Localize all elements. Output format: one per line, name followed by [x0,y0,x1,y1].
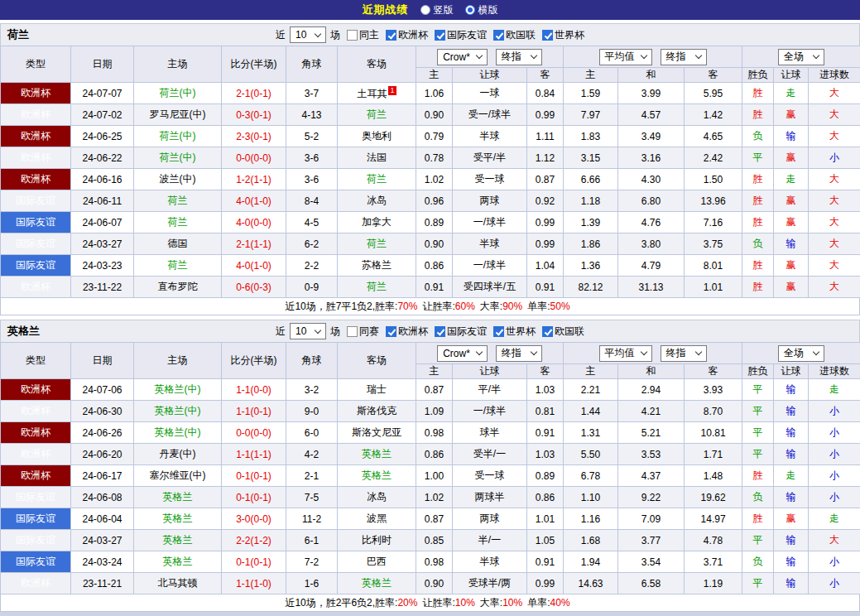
section-header: 英格兰近10场同赛欧洲杯国际友谊世界杯欧国联 [0,320,860,342]
handicap-home-odds: 0.87 [416,508,453,530]
away-team[interactable]: 冰岛 [338,487,416,508]
layout-radio-horizontal[interactable]: 横版 [465,3,498,17]
checkbox-checked-icon [435,326,445,337]
europe-stage-select[interactable]: 终指 [661,345,707,362]
away-team[interactable]: 土耳其1 [338,83,416,104]
column-header: 主 [564,364,618,379]
home-team[interactable]: 荷兰 [134,212,222,233]
europe-stage-select[interactable]: 终指 [661,49,707,65]
filter-checkbox[interactable]: 国际友谊 [435,28,487,42]
away-team[interactable]: 冰岛 [338,190,416,212]
away-team[interactable]: 奥地利 [338,126,416,147]
result-scope-select[interactable]: 全场 [778,49,824,65]
match-row: 国际友谊24-06-04英格兰3-0(0-0)11-2波黑0.87两球1.011… [1,508,860,530]
home-team[interactable]: 德国 [134,233,222,255]
goals-result-cell: 大 [809,530,860,551]
win-loss-cell: 负 [742,487,774,508]
home-team[interactable]: 塞尔维亚(中) [134,465,222,487]
europe-draw-odds: 6.80 [618,190,685,212]
home-team[interactable]: 荷兰(中) [134,83,222,104]
away-team[interactable]: 加拿大 [338,212,416,233]
result-scope-select[interactable]: 全场 [778,345,824,362]
filter-checkbox[interactable]: 世界杯 [493,325,536,339]
bookmaker-select[interactable]: Crow* [437,49,488,65]
filter-checkbox[interactable]: 欧国联 [493,28,536,42]
filter-checkbox[interactable]: 世界杯 [542,28,584,42]
matches-label: 场 [330,28,340,42]
filter-checkbox[interactable]: 欧洲杯 [386,28,428,42]
away-team[interactable]: 比利时 [338,530,416,551]
away-team[interactable]: 瑞士 [338,379,416,401]
home-team[interactable]: 罗马尼亚(中) [134,104,222,126]
handicap-stage-select[interactable]: 终指 [496,345,542,362]
match-count-select[interactable]: 10 [290,323,326,339]
handicap-result-cell: 输 [774,530,809,551]
handicap-line: 平/半 [453,379,527,401]
filter-checkbox[interactable]: 欧国联 [542,325,584,339]
home-team[interactable]: 荷兰 [134,190,222,212]
home-team[interactable]: 英格兰 [134,508,222,530]
away-team[interactable]: 苏格兰 [338,255,416,277]
home-team[interactable]: 英格兰 [134,551,222,573]
goals-result-cell: 小 [809,573,860,594]
handicap-away-odds: 0.89 [527,465,564,487]
goals-result-cell: 大 [809,190,860,212]
handicap-stage-select[interactable]: 终指 [496,49,542,65]
home-team[interactable]: 荷兰(中) [134,126,222,147]
away-team[interactable]: 荷兰 [338,233,416,255]
match-row: 欧洲杯24-06-25荷兰(中)2-3(0-1)5-2奥地利0.79半球1.11… [1,126,860,147]
europe-home-odds: 1.39 [564,212,618,233]
away-team[interactable]: 波黑 [338,508,416,530]
match-count-select[interactable]: 10 [290,26,326,43]
home-team[interactable]: 荷兰 [134,255,222,277]
layout-radio-vertical[interactable]: 竖版 [420,3,454,17]
select-value: 10 [295,29,306,41]
home-team[interactable]: 北马其顿 [134,573,222,594]
away-team[interactable]: 英格兰 [338,444,416,465]
handicap-line: 一/球半 [453,401,527,422]
handicap-home-odds: 0.89 [416,212,453,233]
away-team[interactable]: 英格兰 [338,465,416,487]
away-team[interactable]: 荷兰 [338,277,416,298]
away-team[interactable]: 荷兰 [338,169,416,190]
date-cell: 24-06-25 [71,126,134,147]
europe-source-select[interactable]: 平均值 [599,49,652,65]
home-team[interactable]: 英格兰(中) [134,379,222,401]
home-team[interactable]: 波兰(中) [134,169,222,190]
home-team[interactable]: 英格兰(中) [134,422,222,444]
bookmaker-select[interactable]: Crow* [437,345,488,362]
select-value: 平均值 [605,346,635,360]
result-scope-header: 全场 [742,343,860,364]
europe-home-odds: 1.86 [564,233,618,255]
home-team[interactable]: 英格兰 [134,487,222,508]
filter-checkbox[interactable]: 国际友谊 [435,325,487,339]
win-loss-cell: 平 [742,444,774,465]
filter-checkbox[interactable]: 同赛 [347,325,379,339]
away-team[interactable]: 法国 [338,147,416,169]
home-team[interactable]: 直布罗陀 [134,277,222,298]
handicap-home-odds: 0.86 [416,444,453,465]
away-team[interactable]: 荷兰 [338,104,416,126]
win-loss-cell: 胜 [742,508,774,530]
radio-label: 竖版 [434,3,454,17]
away-team[interactable]: 斯洛伐克 [338,401,416,422]
europe-home-odds: 1.59 [564,83,618,104]
home-team[interactable]: 荷兰(中) [134,147,222,169]
handicap-line: 半球 [453,551,527,573]
home-team[interactable]: 英格兰 [134,530,222,551]
europe-source-select[interactable]: 平均值 [599,345,652,362]
filter-checkbox[interactable]: 同主 [347,28,379,42]
date-cell: 24-03-23 [71,255,134,277]
home-team[interactable]: 英格兰(中) [134,401,222,422]
away-team[interactable]: 斯洛文尼亚 [338,422,416,444]
result-scope-header: 全场 [742,46,860,68]
away-team[interactable]: 巴西 [338,551,416,573]
score-cell: 1-1(0-0) [222,379,286,401]
handicap-away-odds: 0.91 [527,277,564,298]
handicap-odds-header: Crow*终指 [416,343,564,364]
away-team[interactable]: 英格兰 [338,573,416,594]
home-team[interactable]: 丹麦(中) [134,444,222,465]
filter-checkbox[interactable]: 欧洲杯 [386,325,428,339]
corner-cell: 2-1 [286,465,338,487]
league-type-cell: 国际友谊 [1,487,71,508]
